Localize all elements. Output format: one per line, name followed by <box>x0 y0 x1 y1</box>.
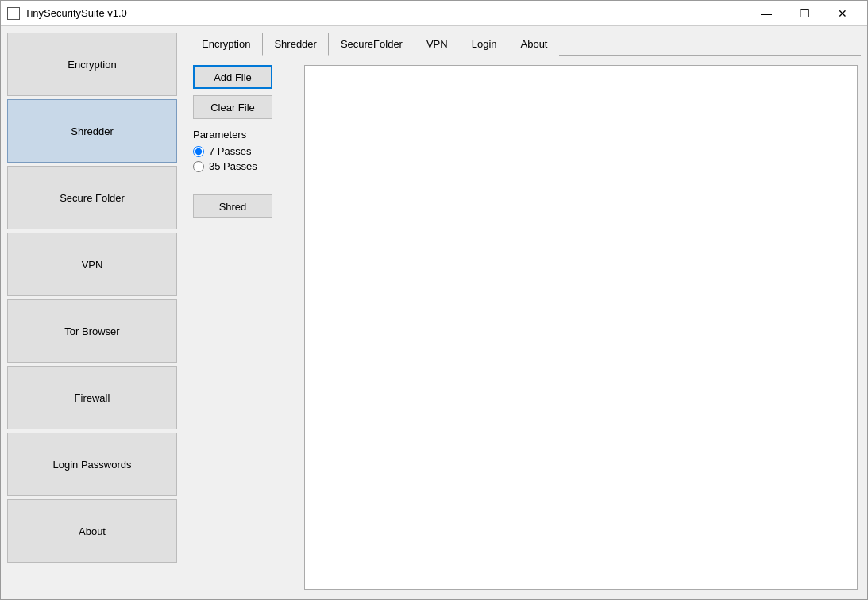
main-content: Encryption Shredder SecureFolder VPN Log… <box>183 26 867 599</box>
tab-encryption[interactable]: Encryption <box>190 33 262 56</box>
add-file-button[interactable]: Add File <box>193 65 272 89</box>
sidebar-item-login-passwords[interactable]: Login Passwords <box>7 433 177 496</box>
sidebar-item-about[interactable]: About <box>7 499 177 563</box>
radio-7-passes[interactable]: 7 Passes <box>193 145 298 157</box>
sidebar-item-secure-folder[interactable]: Secure Folder <box>7 166 177 229</box>
radio-35-passes-input[interactable] <box>193 161 204 172</box>
sidebar-item-firewall[interactable]: Firewall <box>7 366 177 429</box>
maximize-button[interactable]: ❐ <box>786 3 823 24</box>
radio-7-passes-label: 7 Passes <box>209 145 251 157</box>
parameters-section: Parameters 7 Passes 35 Passes <box>193 129 298 175</box>
parameters-label: Parameters <box>193 129 298 140</box>
minimize-button[interactable]: — <box>748 3 785 24</box>
tab-login[interactable]: Login <box>460 33 509 56</box>
title-bar-left: TinySecuritySuite v1.0 <box>7 7 127 20</box>
clear-file-button[interactable]: Clear File <box>193 95 272 119</box>
tab-vpn[interactable]: VPN <box>415 33 460 56</box>
close-button[interactable]: ✕ <box>824 3 861 24</box>
title-bar: TinySecuritySuite v1.0 — ❐ ✕ <box>1 1 867 26</box>
sidebar: Encryption Shredder Secure Folder VPN To… <box>1 26 183 599</box>
tab-shredder[interactable]: Shredder <box>262 33 328 56</box>
sidebar-item-vpn[interactable]: VPN <box>7 233 177 296</box>
content-area: Add File Clear File Parameters 7 Passes … <box>190 62 861 593</box>
title-bar-controls: — ❐ ✕ <box>748 3 861 24</box>
main-window: TinySecuritySuite v1.0 — ❐ ✕ Encryption … <box>0 0 868 600</box>
controls-panel: Add File Clear File Parameters 7 Passes … <box>190 62 301 593</box>
file-display-area <box>304 65 858 590</box>
window-title: TinySecuritySuite v1.0 <box>25 7 127 19</box>
tab-about[interactable]: About <box>509 33 560 56</box>
radio-35-passes[interactable]: 35 Passes <box>193 160 298 172</box>
sidebar-item-shredder[interactable]: Shredder <box>7 99 177 163</box>
tab-securefolder[interactable]: SecureFolder <box>329 33 415 56</box>
tab-bar: Encryption Shredder SecureFolder VPN Log… <box>190 33 861 56</box>
shred-button[interactable]: Shred <box>193 194 272 218</box>
sidebar-item-tor-browser[interactable]: Tor Browser <box>7 299 177 363</box>
sidebar-item-encryption[interactable]: Encryption <box>7 33 177 96</box>
radio-7-passes-input[interactable] <box>193 146 204 157</box>
svg-rect-0 <box>10 10 17 17</box>
app-body: Encryption Shredder Secure Folder VPN To… <box>1 26 867 599</box>
radio-35-passes-label: 35 Passes <box>209 160 257 172</box>
window-icon <box>7 7 20 20</box>
